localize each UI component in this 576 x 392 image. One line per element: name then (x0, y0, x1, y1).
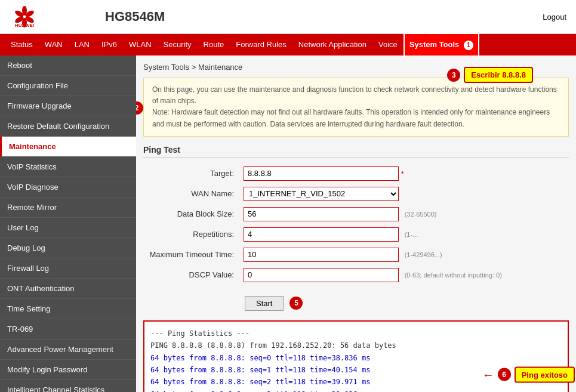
logout-button[interactable]: Logout (543, 13, 566, 21)
sidebar-item-tr069[interactable]: TR-069 (0, 319, 136, 339)
wan-name-label: WAN Name: (143, 184, 239, 204)
sidebar-item-reboot[interactable]: Reboot (0, 55, 136, 76)
navbar: Status WAN LAN IPv6 WLAN Security Route … (0, 34, 576, 55)
timeout-input[interactable] (244, 248, 399, 262)
target-row: Target: * (143, 163, 569, 184)
step5-circle: 5 (289, 297, 303, 310)
dscp-label: DSCP Value: (143, 265, 239, 285)
ping-result-line-1: PING 8.8.8.8 (8.8.8.8) from 192.168.252.… (150, 339, 562, 351)
timeout-row: Maximum Timeout Time: (1-429496...) (143, 245, 569, 265)
ping-result-line-2: 64 bytes from 8.8.8.8: seq=0 ttl=118 tim… (150, 352, 562, 364)
sidebar-item-time-setting[interactable]: Time Setting (0, 299, 136, 319)
info-text2: Note: Hardware fault detection may not f… (152, 108, 550, 128)
dscp-hint: (0-63; default without inputting: 0) (405, 271, 502, 279)
nav-voice[interactable]: Voice (372, 34, 403, 55)
nav-badge: 1 (464, 41, 473, 50)
step6-annotation: ← 6 Ping exitoso (482, 366, 575, 382)
nav-status[interactable]: Status (5, 34, 39, 55)
timeout-label: Maximum Timeout Time: (143, 245, 239, 265)
repetitions-label: Repetitions: (143, 224, 239, 245)
nav-system-tools[interactable]: System Tools 1 (403, 33, 479, 57)
step3-annotation: 3 Escribir 8.8.8.8 (447, 67, 533, 83)
info-box: On this page, you can use the maintenanc… (143, 78, 569, 137)
required-star: * (401, 169, 404, 178)
sidebar-item-remote-mirror[interactable]: Remote Mirror (0, 197, 136, 218)
nav-lan[interactable]: LAN (69, 34, 96, 55)
target-input[interactable] (244, 166, 399, 181)
sidebar: Reboot Configuration File Firmware Upgra… (0, 55, 136, 392)
dscp-row: DSCP Value: (0-63; default without input… (143, 265, 569, 285)
sidebar-item-voip-diagnose[interactable]: VoIP Diagnose (0, 177, 136, 197)
repetitions-input[interactable] (244, 227, 399, 242)
data-block-row: Data Block Size: (32-65500) (143, 204, 569, 224)
repetitions-row: Repetitions: (1-... (143, 224, 569, 245)
sidebar-item-config-file[interactable]: Configuration File (0, 76, 136, 96)
wan-name-row: WAN Name: 1_INTERNET_R_VID_1502 2_TR069_… (143, 184, 569, 204)
nav-network-application[interactable]: Network Application (292, 34, 372, 55)
sidebar-item-channel-stats[interactable]: Intelligent Channel Statistics (0, 380, 136, 392)
ping-test-title: Ping Test (143, 145, 569, 158)
sidebar-item-restore[interactable]: Restore Default Configuration (0, 116, 136, 137)
data-block-hint: (32-65500) (405, 211, 437, 218)
ping-form: Target: * WAN Name: 1_INTERNET_R_VID_150… (143, 163, 569, 285)
nav-ipv6[interactable]: IPv6 (96, 34, 123, 55)
start-button[interactable]: Start (245, 296, 284, 311)
sidebar-item-maintenance[interactable]: Maintenance (0, 137, 136, 157)
data-block-label: Data Block Size: (143, 204, 239, 224)
header: HUAWEI HG8546M Logout (0, 0, 576, 34)
sidebar-item-voip-stats[interactable]: VoIP Statistics (0, 157, 136, 177)
wan-name-select[interactable]: 1_INTERNET_R_VID_1502 2_TR069_R_VID_1503 (244, 187, 399, 201)
main-layout: Reboot Configuration File Firmware Upgra… (0, 55, 576, 392)
content-area: System Tools > Maintenance On this page,… (136, 55, 576, 392)
dscp-input[interactable] (244, 268, 399, 282)
logo-area: HUAWEI (10, 5, 105, 29)
model-name: HG8546M (105, 9, 543, 24)
target-label: Target: (143, 163, 239, 184)
step2-circle: 2 (136, 101, 143, 115)
sidebar-item-ont-auth[interactable]: ONT Authentication (0, 279, 136, 299)
sidebar-item-firmware[interactable]: Firmware Upgrade (0, 96, 136, 116)
data-block-input[interactable] (244, 207, 399, 221)
huawei-logo: HUAWEI (10, 5, 39, 29)
sidebar-item-power-mgmt[interactable]: Advanced Power Management (0, 339, 136, 360)
nav-wlan[interactable]: WLAN (123, 34, 158, 55)
ping-result-line-0: --- Ping Statistics --- (150, 328, 562, 339)
nav-security[interactable]: Security (158, 34, 198, 55)
sidebar-item-firewall-log[interactable]: Firewall Log (0, 258, 136, 279)
repetitions-hint: (1-... (405, 231, 418, 238)
sidebar-item-debug-log[interactable]: Debug Log (0, 238, 136, 258)
info-text1: On this page, you can use the maintenanc… (152, 85, 557, 105)
nav-forward-rules[interactable]: Forward Rules (230, 34, 292, 55)
nav-route[interactable]: Route (198, 34, 230, 55)
timeout-hint: (1-429496...) (405, 251, 442, 258)
sidebar-item-user-log[interactable]: User Log (0, 218, 136, 238)
sidebar-item-modify-login[interactable]: Modify Login Password (0, 360, 136, 380)
svg-text:HUAWEI: HUAWEI (15, 23, 34, 28)
ping-result-line-5: 64 bytes from 8.8.8.8: seq=3 ttl=118 tim… (150, 388, 562, 392)
nav-wan[interactable]: WAN (39, 34, 69, 55)
